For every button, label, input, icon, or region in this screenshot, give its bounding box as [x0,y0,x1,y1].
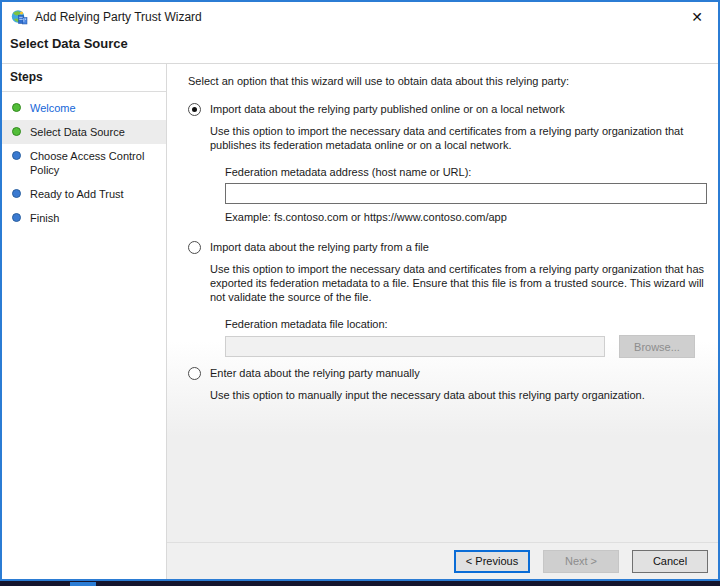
step-item-ready-to-add-trust[interactable]: Ready to Add Trust [2,182,166,206]
step-label: Select Data Source [30,125,125,139]
taskbar-sliver [0,581,720,586]
file-location-row: Browse... [225,335,708,358]
step-done-bullet-icon [12,103,21,112]
radio-import-online-icon[interactable] [188,103,201,116]
federation-metadata-file-label: Federation metadata file location: [225,317,708,331]
step-done-bullet-icon [12,127,21,136]
wizard-body: Steps Welcome Select Data Source Choose … [2,64,718,579]
next-button[interactable]: Next > [543,550,619,573]
step-label: Ready to Add Trust [30,187,124,201]
option-import-online-description: Use this option to import the necessary … [210,124,708,152]
radio-enter-manually-icon[interactable] [188,367,201,380]
title-bar[interactable]: Add Relying Party Trust Wizard ✕ [2,2,718,32]
step-item-finish[interactable]: Finish [2,206,166,230]
instruction-text: Select an option that this wizard will u… [188,74,708,88]
wizard-frame: Add Relying Party Trust Wizard ✕ Select … [0,0,720,581]
address-example-text: Example: fs.contoso.com or https://www.c… [225,210,708,224]
step-todo-bullet-icon [12,151,21,160]
wizard-window: Add Relying Party Trust Wizard ✕ Select … [0,0,720,586]
footer-button-bar: < Previous Next > Cancel [167,542,718,579]
content-pane: Select an option that this wizard will u… [167,64,718,542]
content-column: Select an option that this wizard will u… [167,64,718,579]
steps-panel-title: Steps [2,64,166,92]
taskbar-active-indicator [70,582,96,586]
previous-button[interactable]: < Previous [454,550,530,573]
step-todo-bullet-icon [12,213,21,222]
option-import-file-label: Import data about the relying party from… [210,240,429,254]
step-item-welcome[interactable]: Welcome [2,96,166,120]
adfs-app-icon [11,9,28,26]
steps-list: Welcome Select Data Source Choose Access… [2,92,166,230]
federation-metadata-file-input[interactable] [225,336,605,357]
close-icon: ✕ [691,9,703,25]
step-label: Finish [30,211,59,225]
step-item-select-data-source[interactable]: Select Data Source [2,120,166,144]
step-item-choose-access-control-policy[interactable]: Choose Access Control Policy [2,144,166,182]
step-label: Choose Access Control Policy [30,149,155,177]
option-enter-manually-label: Enter data about the relying party manua… [210,366,420,380]
step-todo-bullet-icon [12,189,21,198]
option-import-file-description: Use this option to import the necessary … [210,262,708,304]
federation-metadata-address-input[interactable] [225,183,707,204]
close-button[interactable]: ✕ [680,4,714,30]
option-enter-manually-description: Use this option to manually input the ne… [210,388,708,402]
step-label: Welcome [30,101,76,115]
cancel-button[interactable]: Cancel [632,550,708,573]
page-title: Select Data Source [10,36,710,51]
option-import-online[interactable]: Import data about the relying party publ… [188,102,708,116]
window-title: Add Relying Party Trust Wizard [35,10,202,24]
federation-metadata-address-label: Federation metadata address (host name o… [225,165,708,179]
option-import-online-label: Import data about the relying party publ… [210,102,565,116]
option-enter-manually[interactable]: Enter data about the relying party manua… [188,366,708,380]
steps-panel: Steps Welcome Select Data Source Choose … [2,64,167,579]
radio-import-file-icon[interactable] [188,241,201,254]
browse-button[interactable]: Browse... [619,335,695,358]
option-import-file[interactable]: Import data about the relying party from… [188,240,708,254]
page-header: Select Data Source [2,32,718,64]
